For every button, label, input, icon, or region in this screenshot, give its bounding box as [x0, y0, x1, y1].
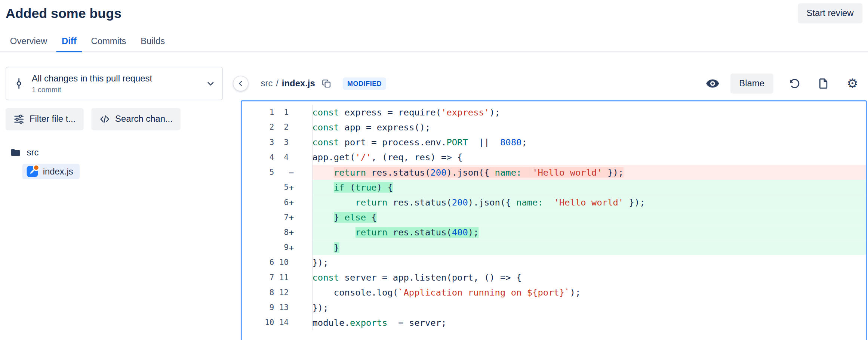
- file-path-name: index.js: [282, 78, 315, 89]
- tab-commits[interactable]: Commits: [86, 32, 132, 51]
- page-title: Added some bugs: [6, 4, 121, 22]
- tree-folder-src[interactable]: src: [6, 146, 223, 160]
- old-line-number[interactable]: [242, 225, 274, 240]
- new-line-number[interactable]: 4: [274, 150, 289, 165]
- code-line: const app = express();: [312, 120, 866, 135]
- diff-row: 8+ return res.status(400);: [242, 225, 866, 240]
- new-line-number[interactable]: 12: [274, 285, 289, 300]
- file-tree-sidebar: All changes in this pull request 1 commi…: [6, 67, 223, 179]
- pr-tabs: Overview Diff Commits Builds: [0, 32, 868, 52]
- old-line-number[interactable]: [242, 240, 274, 255]
- new-line-number[interactable]: 8: [274, 225, 289, 240]
- modified-dot: [33, 164, 40, 171]
- code-line: return res.status(200).json({ name: 'Hel…: [312, 165, 866, 180]
- code-line: module.exports = server;: [312, 315, 866, 330]
- new-line-number[interactable]: 1: [274, 105, 289, 120]
- diff-row: 9+ }: [242, 240, 866, 255]
- diff-row: 711const server = app.listen(port, () =>…: [242, 270, 866, 285]
- new-line-number[interactable]: 2: [274, 120, 289, 135]
- new-line-number[interactable]: 14: [274, 315, 289, 330]
- file-status-badge: MODIFIED: [343, 77, 386, 90]
- code-line: console.log(`Application running on ${po…: [312, 285, 866, 300]
- start-review-button[interactable]: Start review: [798, 3, 863, 24]
- old-line-number[interactable]: [242, 195, 274, 210]
- code-line: } else {: [312, 210, 866, 225]
- tab-diff[interactable]: Diff: [56, 32, 82, 52]
- scope-title: All changes in this pull request: [32, 72, 199, 84]
- new-line-number[interactable]: 3: [274, 135, 289, 150]
- code-line: const server = app.listen(port, () => {: [312, 270, 866, 285]
- new-line-number[interactable]: 10: [274, 255, 289, 270]
- document-icon: [818, 77, 830, 90]
- change-sign: [289, 150, 312, 165]
- new-line-number[interactable]: 11: [274, 270, 289, 285]
- eye-icon: [705, 76, 720, 91]
- old-line-number[interactable]: 3: [242, 135, 274, 150]
- diff-row: 44app.get('/', (req, res) => {: [242, 150, 866, 165]
- tab-overview[interactable]: Overview: [4, 32, 53, 51]
- old-line-number[interactable]: [242, 180, 274, 195]
- search-button-label: Search chan...: [115, 114, 173, 124]
- chevron-left-icon: [237, 80, 244, 87]
- new-line-number[interactable]: 9: [274, 240, 289, 255]
- code-line: const express = require('express');: [312, 105, 866, 120]
- search-changed-files-button[interactable]: Search chan...: [91, 108, 181, 130]
- refresh-diff-icon: [788, 77, 801, 90]
- diff-row: 1014module.exports = server;: [242, 315, 866, 330]
- old-line-number[interactable]: 6: [242, 255, 274, 270]
- tree-file-label: index.js: [43, 167, 73, 177]
- collapse-sidebar-button[interactable]: [233, 76, 249, 92]
- code-line: }: [312, 240, 866, 255]
- diff-panel: src / index.js MODIFIED: [241, 67, 867, 340]
- filter-file-tree-button[interactable]: Filter file t...: [6, 108, 83, 130]
- new-line-number[interactable]: [274, 165, 289, 180]
- change-sign: [289, 270, 312, 285]
- filter-button-label: Filter file t...: [30, 114, 76, 124]
- gear-icon: ⚙: [847, 77, 858, 90]
- mark-viewed-button[interactable]: [701, 72, 724, 95]
- diff-row: 22const app = express();: [242, 120, 866, 135]
- old-line-number[interactable]: 9: [242, 300, 274, 315]
- change-sign: [289, 285, 312, 300]
- new-line-number[interactable]: 7: [274, 210, 289, 225]
- diff-row: 5− return res.status(200).json({ name: '…: [242, 165, 866, 180]
- tree-folder-label: src: [27, 148, 39, 158]
- change-sign: [289, 300, 312, 315]
- new-line-number[interactable]: 5: [274, 180, 289, 195]
- modified-file-icon: [27, 166, 38, 177]
- file-path-separator: /: [276, 78, 278, 89]
- scope-text: All changes in this pull request 1 commi…: [32, 72, 199, 95]
- file-header: src / index.js MODIFIED: [241, 67, 867, 100]
- diff-rows: 11const express = require('express');22c…: [242, 105, 866, 330]
- change-sign: +: [289, 180, 312, 195]
- code-line: const port = process.env.PORT || 8080;: [312, 135, 866, 150]
- old-line-number[interactable]: 1: [242, 105, 274, 120]
- change-sign: [289, 105, 312, 120]
- old-line-number[interactable]: 5: [242, 165, 274, 180]
- old-line-number[interactable]: 2: [242, 120, 274, 135]
- sidebar-toolbar: Filter file t... Search chan...: [6, 108, 223, 130]
- change-sign: [289, 135, 312, 150]
- diff-row: 5+ if (true) {: [242, 180, 866, 195]
- copy-path-button[interactable]: [321, 77, 333, 90]
- code-icon: [99, 114, 110, 125]
- scope-subtitle: 1 commit: [32, 85, 199, 95]
- old-line-number[interactable]: 4: [242, 150, 274, 165]
- diff-table: 11const express = require('express');22c…: [242, 105, 866, 330]
- old-line-number[interactable]: 8: [242, 285, 274, 300]
- refresh-diff-button[interactable]: [784, 72, 806, 95]
- old-line-number[interactable]: 10: [242, 315, 274, 330]
- new-line-number[interactable]: 6: [274, 195, 289, 210]
- file-path-dir: src: [261, 78, 273, 89]
- filter-icon: [13, 114, 25, 125]
- old-line-number[interactable]: [242, 210, 274, 225]
- tree-file-indexjs[interactable]: index.js: [22, 164, 80, 179]
- diff-row: 6+ return res.status(200).json({ name: '…: [242, 195, 866, 210]
- open-file-button[interactable]: [812, 72, 835, 95]
- new-line-number[interactable]: 13: [274, 300, 289, 315]
- change-scope-selector[interactable]: All changes in this pull request 1 commi…: [6, 67, 223, 100]
- old-line-number[interactable]: 7: [242, 270, 274, 285]
- tab-builds[interactable]: Builds: [135, 32, 170, 51]
- diff-settings-button[interactable]: ⚙: [841, 72, 864, 95]
- blame-button[interactable]: Blame: [730, 74, 773, 94]
